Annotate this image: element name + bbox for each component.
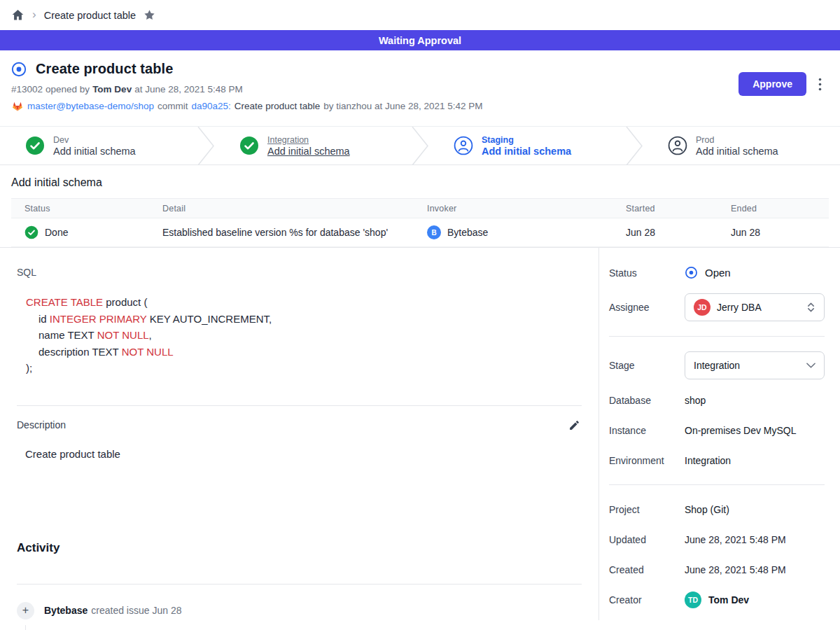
- chevron-down-icon: [806, 363, 816, 368]
- table-header-status: Status: [11, 204, 162, 214]
- created-label: Created: [609, 564, 685, 575]
- database-label: Database: [609, 395, 685, 406]
- main-panel: SQL CREATE TABLE product (id INTEGER PRI…: [0, 248, 599, 620]
- creator-label: Creator: [609, 594, 685, 606]
- task-table: StatusDetailInvokerStartedEnded Done Est…: [11, 198, 829, 247]
- issue-sidebar: Status Open Assignee JD Jerry DBA Stage: [599, 248, 840, 620]
- stage-env-label: Dev: [53, 135, 136, 145]
- status-open-icon: [685, 266, 698, 279]
- pipeline-stage-dev[interactable]: DevAdd initial schema: [0, 127, 197, 164]
- activity-author: Bytebase: [44, 605, 88, 616]
- done-check-icon: [24, 225, 38, 239]
- updated-value: June 28, 2021 5:48 PM: [685, 534, 825, 545]
- assignee-value: Jerry DBA: [717, 302, 762, 313]
- assignee-circle-icon: [668, 136, 687, 155]
- commit-hash-link[interactable]: da90a25:: [192, 101, 231, 111]
- approve-button[interactable]: Approve: [738, 72, 806, 96]
- task-table-header: StatusDetailInvokerStartedEnded: [11, 198, 829, 218]
- approval-banner-text: Waiting Approval: [379, 35, 461, 46]
- star-icon[interactable]: [144, 9, 155, 21]
- commit-suffix: by tianzhou at June 28, 2021 5:42 PM: [323, 101, 482, 111]
- check-circle-icon: [239, 136, 259, 155]
- issue-opened-time: at June 28, 2021 5:48 PM: [134, 84, 243, 94]
- pipeline-stage-integration[interactable]: IntegrationAdd initial schema: [214, 127, 412, 164]
- stage-separator-icon: [412, 127, 428, 164]
- task-section-title: Add initial schema: [11, 176, 829, 189]
- divider: [609, 484, 825, 485]
- pipeline-stage-prod[interactable]: ProdAdd initial schema: [643, 127, 840, 164]
- invoker-avatar: B: [427, 225, 441, 239]
- task-detail: Established baseline version %s for data…: [162, 227, 427, 238]
- description-label: Description: [17, 419, 66, 430]
- table-header-invoker: Invoker: [427, 204, 626, 214]
- pipeline-stage-staging[interactable]: StagingAdd initial schema: [428, 127, 626, 164]
- issue-id: #13002: [11, 84, 43, 94]
- stage-task-link[interactable]: Add initial schema: [482, 146, 571, 157]
- table-header-detail: Detail: [162, 204, 427, 214]
- table-header-ended: Ended: [731, 204, 829, 214]
- stage-task-link[interactable]: Add initial schema: [267, 146, 350, 157]
- creator-value: Tom Dev: [708, 594, 749, 606]
- task-invoker: Bytebase: [447, 227, 488, 238]
- issue-meta: #13002 opened by Tom Dev at June 28, 202…: [11, 84, 483, 94]
- instance-value[interactable]: On-premises Dev MySQL: [685, 425, 825, 436]
- task-status: Done: [45, 227, 68, 238]
- sql-line: description TEXT NOT NULL: [26, 344, 582, 360]
- task-ended: Jun 28: [731, 227, 829, 238]
- task-section: Add initial schema StatusDetailInvokerSt…: [0, 165, 840, 247]
- creator-avatar: TD: [685, 592, 701, 608]
- kebab-menu-icon[interactable]: [817, 76, 823, 92]
- page-title: Create product table: [36, 61, 173, 77]
- database-value[interactable]: shop: [685, 395, 825, 406]
- updated-label: Updated: [609, 534, 685, 545]
- breadcrumb-current: Create product table: [44, 10, 136, 21]
- project-value[interactable]: Shop (Git): [685, 504, 825, 515]
- stage-pipeline: DevAdd initial schemaIntegrationAdd init…: [0, 126, 840, 165]
- approval-banner: Waiting Approval: [0, 30, 840, 50]
- home-icon[interactable]: [11, 8, 24, 22]
- issue-author: Tom Dev: [92, 84, 132, 94]
- selector-updown-icon: [806, 302, 816, 313]
- edit-pencil-icon[interactable]: [567, 418, 582, 433]
- task-table-row[interactable]: Done Established baseline version %s for…: [11, 218, 829, 247]
- instance-label: Instance: [609, 425, 685, 436]
- stage-separator-icon: [626, 127, 643, 164]
- issue-header: Create product table #13002 opened by To…: [0, 50, 840, 126]
- issue-open-icon: [11, 62, 27, 77]
- commit-word: commit: [158, 101, 188, 111]
- branch-repo-link[interactable]: master@bytebase-demo/shop: [27, 101, 154, 111]
- assignee-select[interactable]: JD Jerry DBA: [685, 293, 825, 321]
- project-label: Project: [609, 504, 685, 515]
- sql-line: id INTEGER PRIMARY KEY AUTO_INCREMENT,: [26, 311, 582, 328]
- divider: [609, 336, 825, 337]
- sql-line: CREATE TABLE product (: [26, 294, 582, 311]
- created-value: June 28, 2021 5:48 PM: [685, 564, 825, 575]
- gitlab-icon: [11, 99, 24, 112]
- activity-title: Activity: [17, 541, 582, 555]
- environment-value[interactable]: Integration: [685, 455, 825, 466]
- stage-select[interactable]: Integration: [685, 351, 825, 379]
- table-header-started: Started: [626, 204, 731, 214]
- description-text: Create product table: [25, 448, 582, 460]
- commit-row: master@bytebase-demo/shop commit da90a25…: [11, 99, 483, 112]
- activity-action: created issue Jun 28: [91, 605, 181, 616]
- assignee-label: Assignee: [609, 302, 685, 313]
- check-circle-icon: [25, 136, 45, 155]
- stage-task-link[interactable]: Add initial schema: [53, 146, 136, 157]
- sql-line: );: [26, 360, 582, 377]
- status-label: Status: [609, 267, 685, 279]
- meta-opened-by: opened by: [46, 84, 90, 94]
- stage-env-label: Integration: [267, 135, 350, 145]
- task-started: Jun 28: [626, 227, 731, 238]
- sql-section-label: SQL: [17, 267, 582, 278]
- breadcrumb-separator-icon: ›: [32, 8, 36, 20]
- stage-separator-icon: [197, 127, 214, 164]
- commit-message: Create product table: [234, 101, 320, 111]
- divider: [17, 584, 582, 584]
- stage-env-label: Prod: [696, 135, 778, 145]
- activity-item: + Bytebase created issue Jun 28: [17, 602, 582, 620]
- stage-task-link[interactable]: Add initial schema: [696, 146, 778, 157]
- assignee-circle-icon: [454, 136, 473, 155]
- breadcrumb: › Create product table: [0, 0, 840, 30]
- sql-line: name TEXT NOT NULL,: [26, 327, 582, 344]
